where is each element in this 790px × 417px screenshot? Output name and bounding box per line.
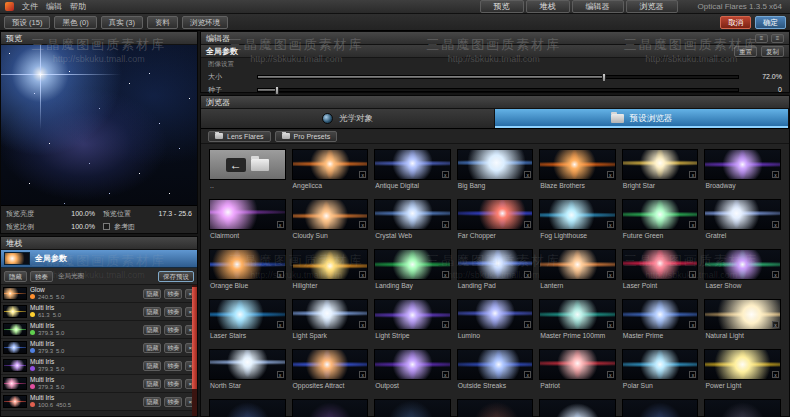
editor-menu-icon[interactable]: ≡ xyxy=(755,34,768,43)
element-solo-button[interactable]: 独奏 xyxy=(164,361,182,371)
element-hide-button[interactable]: 隐藏 xyxy=(143,397,161,407)
preset-cell[interactable]: x Cloudy Sun xyxy=(292,199,369,241)
preset-cell[interactable]: x Power Light xyxy=(704,349,781,391)
preset-thumbnail[interactable]: x xyxy=(457,399,534,417)
reference-image-checkbox[interactable] xyxy=(103,223,110,230)
element-hide-button[interactable]: 隐藏 xyxy=(143,343,161,353)
preset-thumbnail[interactable]: x xyxy=(457,349,534,380)
cancel-button[interactable]: 取消 xyxy=(720,16,751,29)
preset-thumbnail[interactable]: x xyxy=(209,199,286,230)
save-preset-button[interactable]: 保存预设 xyxy=(158,271,194,282)
element-solo-button[interactable]: 独奏 xyxy=(164,307,182,317)
preset-thumbnail[interactable]: x xyxy=(374,299,451,330)
preset-thumbnail[interactable]: x xyxy=(374,249,451,280)
preset-cell[interactable]: x Patriot xyxy=(539,349,616,391)
element-hide-button[interactable]: 隐藏 xyxy=(143,379,161,389)
preset-cell[interactable]: x Future Green xyxy=(622,199,699,241)
preset-cell[interactable]: x Polar Sun xyxy=(622,349,699,391)
preset-cell[interactable]: x Light Stripe xyxy=(374,299,451,341)
preset-thumbnail[interactable]: x xyxy=(292,399,369,417)
preset-thumbnail[interactable]: x xyxy=(292,199,369,230)
stack-element-row[interactable]: Multi Iris 379.3 5.0 隐藏 独奏 × xyxy=(1,375,197,393)
preset-thumbnail[interactable]: x xyxy=(704,349,781,380)
tab-preview[interactable]: 预览 xyxy=(480,0,524,13)
preset-thumbnail[interactable]: x xyxy=(292,299,369,330)
element-solo-button[interactable]: 独奏 xyxy=(164,343,182,353)
preset-thumbnail[interactable]: x xyxy=(704,399,781,417)
copy-button[interactable]: 复制 xyxy=(761,46,784,57)
preset-cell[interactable]: x Big Bang xyxy=(457,149,534,191)
stack-element-row[interactable]: Multi Iris 379.3 5.0 隐藏 独奏 × xyxy=(1,357,197,375)
info-button[interactable]: 资料 xyxy=(147,16,178,29)
preset-thumbnail[interactable]: x xyxy=(622,299,699,330)
preset-cell[interactable]: x Fog Lighthouse xyxy=(539,199,616,241)
preset-cell[interactable]: x Landing Pad xyxy=(457,249,534,291)
preset-thumbnail[interactable]: x xyxy=(457,299,534,330)
ok-button[interactable]: 确定 xyxy=(755,16,786,29)
element-hide-button[interactable]: 隐藏 xyxy=(143,307,161,317)
preset-thumbnail[interactable]: x xyxy=(539,249,616,280)
preset-thumbnail[interactable]: x xyxy=(374,149,451,180)
reset-button[interactable]: 重置 xyxy=(734,46,757,57)
preset-thumbnail[interactable]: x xyxy=(374,399,451,417)
preset-cell[interactable]: x Landing Bay xyxy=(374,249,451,291)
slider-knob[interactable] xyxy=(275,86,279,95)
stack-global-row[interactable]: 全局参数 xyxy=(1,250,197,268)
preset-thumbnail[interactable]: x xyxy=(374,199,451,230)
preset-cell[interactable]: x xyxy=(539,399,616,417)
preset-cell[interactable]: x Master Prime xyxy=(622,299,699,341)
preset-thumbnail[interactable]: x xyxy=(539,349,616,380)
preset-cell[interactable]: x Clairmont xyxy=(209,199,286,241)
preset-thumbnail[interactable]: x xyxy=(539,199,616,230)
preset-cell[interactable]: x Blaze Brothers xyxy=(539,149,616,191)
tab-stack[interactable]: 堆栈 xyxy=(526,0,570,13)
preset-thumbnail[interactable]: x xyxy=(539,399,616,417)
preset-cell[interactable]: x xyxy=(374,399,451,417)
preset-cell[interactable]: x Laser Show xyxy=(704,249,781,291)
preset-cell[interactable]: x Natural Light xyxy=(704,299,781,341)
preset-cell[interactable]: x Light Spark xyxy=(292,299,369,341)
slider-knob[interactable] xyxy=(602,73,606,82)
browse-env-button[interactable]: 浏览环境 xyxy=(182,16,228,29)
preset-cell[interactable]: x xyxy=(622,399,699,417)
preset-cell[interactable]: x Crystal Web xyxy=(374,199,451,241)
preset-thumbnail[interactable]: x xyxy=(209,349,286,380)
preset-thumbnail[interactable]: x xyxy=(292,149,369,180)
folder-up-cell[interactable]: ← .. xyxy=(209,149,286,191)
tab-browser[interactable]: 浏览器 xyxy=(626,0,678,13)
param-slider[interactable] xyxy=(257,75,739,79)
stack-scrollbar[interactable] xyxy=(192,285,197,416)
stack-element-row[interactable]: Multi Iris 379.3 5.0 隐藏 独奏 × xyxy=(1,321,197,339)
breadcrumb-pro-presets[interactable]: Pro Presets xyxy=(275,131,338,142)
element-solo-button[interactable]: 独奏 xyxy=(164,289,182,299)
element-solo-button[interactable]: 独奏 xyxy=(164,325,182,335)
tab-light-objects[interactable]: 光学对象 xyxy=(201,109,495,128)
preset-thumbnail[interactable]: x xyxy=(457,249,534,280)
param-slider[interactable] xyxy=(257,88,739,92)
preset-cell[interactable]: x Bright Star xyxy=(622,149,699,191)
preset-thumbnail[interactable]: x xyxy=(209,249,286,280)
preset-cell[interactable]: x Outside Streaks xyxy=(457,349,534,391)
element-hide-button[interactable]: 隐藏 xyxy=(143,361,161,371)
folder-up-thumbnail[interactable]: ← xyxy=(209,149,286,180)
preset-cell[interactable]: x Lumino xyxy=(457,299,534,341)
preset-cell[interactable]: x Master Prime 100mm xyxy=(539,299,616,341)
stack-element-row[interactable]: Multi Iris 61.3 5.0 隐藏 独奏 × xyxy=(1,303,197,321)
preset-cell[interactable]: x Orange Blue xyxy=(209,249,286,291)
preset-thumbnail[interactable]: x xyxy=(292,349,369,380)
preset-thumbnail[interactable]: x xyxy=(704,199,781,230)
preset-thumbnail[interactable]: x xyxy=(539,149,616,180)
preset-cell[interactable]: x xyxy=(292,399,369,417)
preset-cell[interactable]: x Broadway xyxy=(704,149,781,191)
presets-count-button[interactable]: 预设 (15) xyxy=(4,16,50,29)
preset-thumbnail[interactable]: x xyxy=(622,149,699,180)
preset-thumbnail[interactable]: x xyxy=(209,399,286,417)
preset-thumbnail[interactable]: x xyxy=(622,349,699,380)
preset-cell[interactable]: x Angelicca xyxy=(292,149,369,191)
preset-cell[interactable]: x Opposites Attract xyxy=(292,349,369,391)
stack-element-row[interactable]: Multi Iris 100.6 450.5 隐藏 独奏 × xyxy=(1,393,197,411)
stack-element-row[interactable]: Multi Iris 379.3 5.0 隐藏 独奏 × xyxy=(1,339,197,357)
preset-cell[interactable]: x Hilighter xyxy=(292,249,369,291)
black-bg-button[interactable]: 黑色 (0) xyxy=(54,16,96,29)
menu-file[interactable]: 文件 xyxy=(22,1,38,12)
